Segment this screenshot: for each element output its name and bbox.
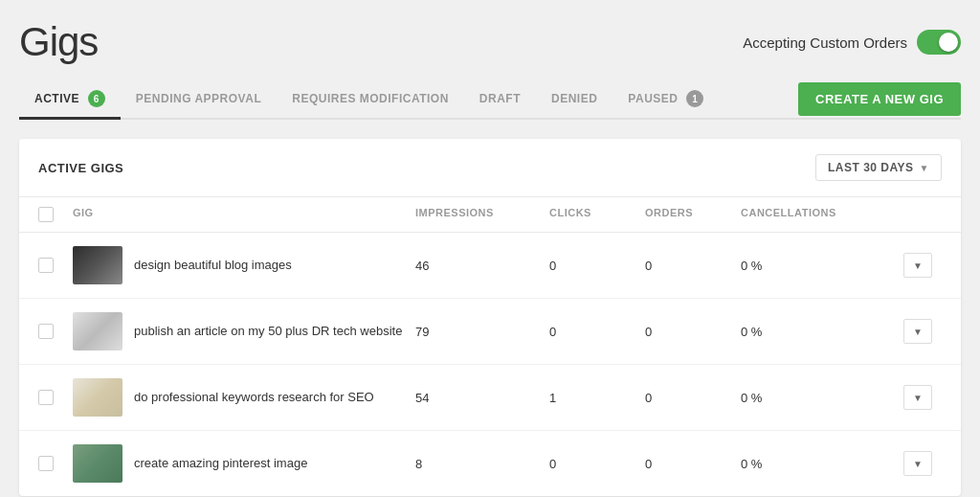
tab-active-badge: 6 — [88, 90, 105, 107]
accepting-label: Accepting Custom Orders — [743, 34, 907, 51]
page-title: Gigs — [19, 19, 98, 65]
table-row: create amazing pinterest image 8 0 0 0 %… — [19, 431, 961, 496]
tab-requires[interactable]: REQUIRES MODIFICATION — [277, 82, 464, 118]
row-4-checkbox[interactable] — [38, 456, 54, 471]
tab-requires-label: REQUIRES MODIFICATION — [292, 92, 449, 105]
table-row: do professional keywords research for SE… — [19, 365, 961, 431]
date-filter-dropdown[interactable]: LAST 30 DAYS ▼ — [815, 154, 942, 181]
row-2-cancellations: 0 % — [741, 325, 894, 339]
row-3-gig-cell: do professional keywords research for SE… — [73, 378, 415, 417]
row-2-orders: 0 — [645, 325, 741, 339]
card-header: ACTIVE GIGS LAST 30 DAYS ▼ — [19, 139, 961, 197]
row-3-gig-name: do professional keywords research for SE… — [134, 389, 374, 406]
tabs-list: ACTIVE 6 PENDING APPROVAL REQUIRES MODIF… — [19, 80, 719, 118]
row-3-clicks: 1 — [549, 391, 645, 405]
row-3-impressions: 54 — [415, 391, 549, 405]
row-4-dropdown-button[interactable]: ▼ — [903, 451, 932, 476]
header-checkbox-box[interactable] — [38, 207, 54, 222]
row-3-cancellations: 0 % — [741, 391, 894, 405]
tab-pending-label: PENDING APPROVAL — [136, 92, 261, 105]
row-2-thumbnail — [73, 312, 122, 350]
toggle-knob — [939, 33, 958, 52]
row-1-impressions: 46 — [415, 259, 549, 273]
row-1-clicks: 0 — [549, 259, 645, 273]
row-1-checkbox[interactable] — [38, 258, 54, 273]
row-3-dropdown-button[interactable]: ▼ — [903, 385, 932, 410]
page-container: Gigs Accepting Custom Orders ACTIVE 6 PE… — [19, 19, 961, 496]
row-2-dropdown-button[interactable]: ▼ — [903, 319, 932, 344]
row-4-thumbnail — [73, 444, 122, 483]
row-4-cancellations: 0 % — [741, 457, 894, 471]
row-4-gig-cell: create amazing pinterest image — [73, 444, 415, 483]
row-1-orders: 0 — [645, 259, 741, 273]
row-3-checkbox[interactable] — [38, 390, 54, 405]
row-4-impressions: 8 — [415, 457, 549, 471]
row-1-dropdown-button[interactable]: ▼ — [903, 253, 932, 278]
row-1-cancellations: 0 % — [741, 259, 894, 273]
row-4-gig-name: create amazing pinterest image — [134, 455, 307, 472]
create-new-gig-button[interactable]: CREATE A NEW GIG — [798, 82, 961, 116]
col-orders: ORDERS — [645, 207, 741, 222]
table-row: design beautiful blog images 46 0 0 0 % … — [19, 233, 961, 299]
tab-active-label: ACTIVE — [34, 92, 79, 105]
row-2-clicks: 0 — [549, 325, 645, 339]
tab-draft-label: DRAFT — [479, 92, 521, 105]
accepting-orders-toggle[interactable] — [917, 30, 961, 55]
tab-paused-badge: 1 — [686, 90, 703, 107]
row-3-orders: 0 — [645, 391, 741, 405]
row-4-orders: 0 — [645, 457, 741, 471]
row-1-gig-name: design beautiful blog images — [134, 257, 292, 274]
col-clicks: CLICKS — [549, 207, 645, 222]
row-2-checkbox[interactable] — [38, 324, 54, 339]
row-2-action: ▼ — [894, 319, 942, 344]
top-header: Gigs Accepting Custom Orders — [19, 19, 961, 65]
date-filter-label: LAST 30 DAYS — [828, 161, 914, 174]
row-4-clicks: 0 — [549, 457, 645, 471]
table-header: GIG IMPRESSIONS CLICKS ORDERS CANCELLATI… — [19, 197, 961, 233]
tab-denied[interactable]: DENIED — [536, 82, 612, 118]
main-card: ACTIVE GIGS LAST 30 DAYS ▼ GIG IMPRESSIO… — [19, 139, 961, 496]
row-2-gig-cell: publish an article on my 50 plus DR tech… — [73, 312, 415, 350]
tab-denied-label: DENIED — [551, 92, 597, 105]
col-cancellations: CANCELLATIONS — [741, 207, 894, 222]
row-1-thumbnail — [73, 246, 122, 284]
active-gigs-title: ACTIVE GIGS — [38, 161, 123, 175]
row-3-action: ▼ — [894, 385, 942, 410]
tab-active[interactable]: ACTIVE 6 — [19, 80, 121, 120]
row-1-action: ▼ — [894, 253, 942, 278]
chevron-down-icon: ▼ — [920, 163, 929, 173]
col-impressions: IMPRESSIONS — [415, 207, 549, 222]
tab-draft[interactable]: DRAFT — [464, 82, 536, 118]
select-all-checkbox[interactable] — [38, 207, 73, 222]
col-gig: GIG — [73, 207, 415, 222]
row-4-action: ▼ — [894, 451, 942, 476]
table-row: publish an article on my 50 plus DR tech… — [19, 299, 961, 365]
tab-paused[interactable]: PAUSED 1 — [612, 80, 719, 120]
tabs-row: ACTIVE 6 PENDING APPROVAL REQUIRES MODIF… — [19, 80, 961, 120]
tab-pending[interactable]: PENDING APPROVAL — [121, 82, 277, 118]
row-3-thumbnail — [73, 378, 122, 417]
row-2-impressions: 79 — [415, 325, 549, 339]
row-2-gig-name: publish an article on my 50 plus DR tech… — [134, 323, 402, 340]
tab-paused-label: PAUSED — [628, 92, 678, 105]
row-1-gig-cell: design beautiful blog images — [73, 246, 415, 284]
accepting-orders-section: Accepting Custom Orders — [743, 30, 961, 55]
